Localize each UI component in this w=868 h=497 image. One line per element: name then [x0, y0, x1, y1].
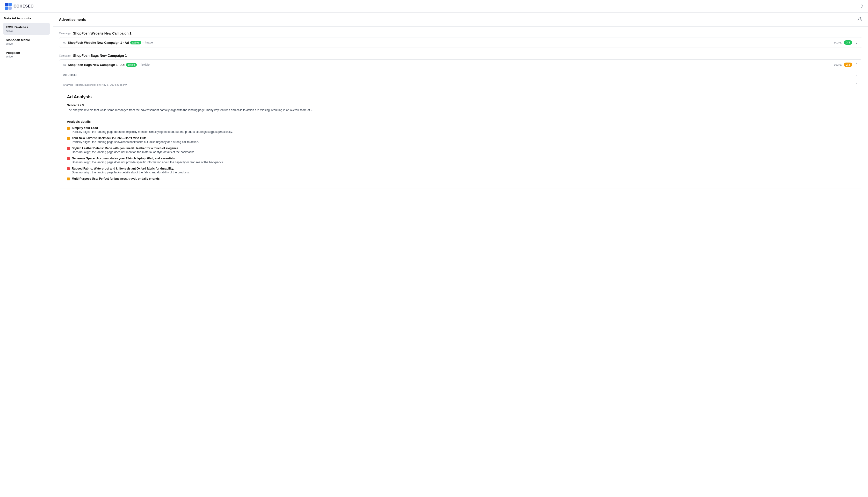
sidebar-item-fosh-watches[interactable]: FOSH Watches active	[3, 23, 50, 35]
sidebar-item-status: active	[6, 55, 47, 58]
ad-row-right: score: 3/3 ⌄	[834, 40, 858, 45]
campaign-section-2: Campaign ShopFosh Bags New Campaign 1 Ad…	[59, 54, 862, 189]
analysis-title: Ad Analysis	[67, 95, 854, 99]
analysis-item-desc: Partially aligns; the landing page does …	[72, 130, 233, 133]
separator: -	[138, 63, 139, 67]
ad-format: image	[145, 41, 153, 44]
chevron-up-icon: ⌃	[855, 83, 858, 87]
svg-rect-2	[5, 6, 8, 10]
user-icon[interactable]	[857, 16, 862, 23]
analysis-item-title: Simplify Your Load	[72, 126, 233, 130]
svg-rect-3	[9, 6, 12, 10]
analysis-dot-red	[67, 167, 70, 170]
app-header: COHESEO ☽	[0, 0, 868, 13]
analysis-item: Your New Favorite Backpack is Here—Don't…	[67, 137, 854, 144]
ad-details-label: Ad Details:	[63, 73, 77, 76]
ad-row-right: score: 2/3 ⌃	[834, 62, 858, 67]
separator: -	[143, 41, 143, 44]
analysis-dot-red	[67, 147, 70, 150]
app-name: COHESEO	[14, 4, 34, 9]
sidebar-item-status: active	[6, 29, 47, 32]
chevron-down-icon: ⌄	[855, 73, 858, 77]
analysis-score-line: Score: 2 / 3	[67, 103, 854, 107]
analysis-dot-orange	[67, 127, 70, 130]
analysis-item-title: Generous Space: Accommodates your 15-inc…	[72, 157, 224, 160]
ad-row-left: Ad ShopFosh Bags New Campaign 1 - Ad act…	[63, 63, 150, 67]
ad-name: ShopFosh Website New Campaign 1 - Ad	[68, 41, 129, 44]
chevron-down-icon: ⌄	[855, 41, 858, 44]
analysis-item: Multi-Purpose Use: Perfect for business,…	[67, 177, 854, 181]
sidebar-item-status: active	[6, 42, 47, 45]
score-badge: 3/3	[844, 40, 852, 45]
analysis-item-title: Stylish Leather Details: Made with genui…	[72, 146, 195, 150]
ad-details-row[interactable]: Ad Details: ⌄	[59, 70, 862, 80]
campaign-name: ShopFosh Website New Campaign 1	[73, 31, 131, 35]
content-area: Campaign ShopFosh Website New Campaign 1…	[53, 27, 868, 199]
analysis-dot-red	[67, 157, 70, 160]
campaign-section-1: Campaign ShopFosh Website New Campaign 1…	[59, 31, 862, 48]
main-content: Advertisements Campaign ShopFosh Website…	[53, 13, 868, 497]
score-label: score:	[834, 63, 842, 67]
score-badge: 2/3	[844, 62, 852, 67]
analysis-item-title: Your New Favorite Backpack is Here—Don't…	[72, 137, 199, 140]
analysis-item: Rugged Fabric: Waterproof and knife-resi…	[67, 167, 854, 174]
analysis-item: Stylish Leather Details: Made with genui…	[67, 146, 854, 154]
status-badge: active	[126, 63, 137, 67]
svg-rect-1	[9, 3, 12, 6]
analysis-score-desc: The analysis reveals that while some mes…	[67, 109, 854, 116]
logo: COHESEO	[5, 3, 34, 10]
sidebar-item-name: FOSH Watches	[6, 25, 47, 29]
sidebar-title: Meta Ad Accounts	[3, 16, 50, 20]
sidebar-item-name: Podpacer	[6, 51, 47, 55]
sidebar-item-name: Slobodan Manic	[6, 38, 47, 42]
analysis-details-title: Analysis details	[67, 120, 854, 124]
ad-expanded-header[interactable]: Ad ShopFosh Bags New Campaign 1 - Ad act…	[59, 60, 862, 70]
analysis-body: Ad Analysis Score: 2 / 3 The analysis re…	[59, 89, 862, 189]
campaign-label-2: Campaign ShopFosh Bags New Campaign 1	[59, 54, 862, 57]
analysis-item-desc: Partially aligns; the landing page showc…	[72, 140, 199, 144]
sidebar: Meta Ad Accounts FOSH Watches active Slo…	[0, 13, 53, 497]
main-header: Advertisements	[53, 13, 868, 27]
analysis-header[interactable]: Analysis Reports, last check on: Nov 5, …	[59, 80, 862, 89]
campaign-tag: Campaign	[59, 54, 71, 57]
campaign-tag: Campaign	[59, 32, 71, 35]
sidebar-item-podpacer[interactable]: Podpacer active	[3, 48, 50, 60]
ad-name: ShopFosh Bags New Campaign 1 - Ad	[68, 63, 124, 67]
chevron-up-icon: ⌃	[855, 63, 858, 67]
analysis-item: Generous Space: Accommodates your 15-inc…	[67, 157, 854, 164]
campaign-label-1: Campaign ShopFosh Website New Campaign 1	[59, 31, 862, 35]
analysis-item: Simplify Your Load Partially aligns; the…	[67, 126, 854, 133]
svg-point-4	[859, 17, 861, 19]
campaign-name: ShopFosh Bags New Campaign 1	[73, 54, 127, 57]
sidebar-item-slobodan-manic[interactable]: Slobodan Manic active	[3, 36, 50, 47]
ad-tag: Ad	[63, 63, 66, 66]
analysis-item-title: Rugged Fabric: Waterproof and knife-resi…	[72, 167, 190, 170]
ad-row-1[interactable]: Ad ShopFosh Website New Campaign 1 - Ad …	[59, 37, 862, 48]
logo-icon	[5, 3, 12, 10]
status-badge: active	[130, 41, 141, 44]
analysis-item-desc: Does not align; the landing page does no…	[72, 151, 195, 154]
score-label: score:	[834, 41, 842, 44]
analysis-item-desc: Does not align; the landing page does no…	[72, 160, 224, 164]
analysis-header-text: Analysis Reports, last check on: Nov 5, …	[63, 83, 127, 86]
main-layout: Meta Ad Accounts FOSH Watches active Slo…	[0, 13, 868, 497]
analysis-item-desc: Does not align; the landing page lacks d…	[72, 171, 190, 174]
ad-row-left: Ad ShopFosh Website New Campaign 1 - Ad …	[63, 41, 153, 44]
analysis-dot-orange	[67, 137, 70, 140]
ad-expanded-2: Ad ShopFosh Bags New Campaign 1 - Ad act…	[59, 59, 862, 189]
ad-format: flexible	[141, 63, 150, 67]
ad-tag: Ad	[63, 41, 66, 44]
dark-mode-toggle[interactable]: ☽	[859, 4, 863, 9]
analysis-dot-orange	[67, 178, 70, 180]
analysis-item-title: Multi-Purpose Use: Perfect for business,…	[72, 177, 160, 180]
main-title: Advertisements	[59, 17, 86, 22]
svg-rect-0	[5, 3, 8, 6]
